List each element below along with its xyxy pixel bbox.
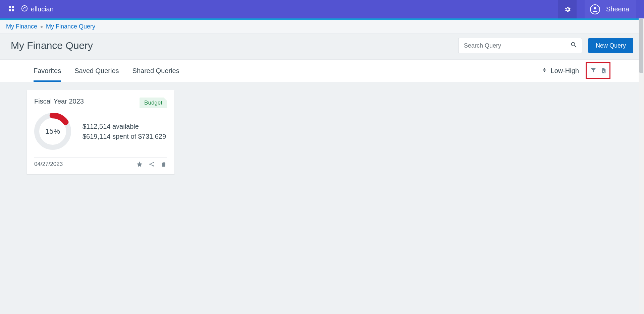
sort-label: Low-High xyxy=(551,67,579,75)
card-divider xyxy=(34,157,167,158)
svg-point-5 xyxy=(594,7,596,9)
page-header: My Finance Query New Query xyxy=(0,34,644,59)
user-icon xyxy=(592,6,598,13)
document-lookup-icon[interactable] xyxy=(599,65,609,76)
card-body: 15% $112,514 available $619,114 spent of… xyxy=(34,113,167,150)
tabs-right: Low-High xyxy=(541,62,610,79)
page-title: My Finance Query xyxy=(11,40,93,51)
search-icon[interactable] xyxy=(570,41,578,50)
gear-icon xyxy=(564,6,571,13)
brand-name: ellucian xyxy=(31,5,54,13)
apps-grid-icon[interactable] xyxy=(8,5,15,13)
settings-button[interactable] xyxy=(558,0,577,18)
star-icon[interactable] xyxy=(136,161,143,168)
svg-rect-2 xyxy=(9,9,11,11)
sort-icon xyxy=(541,66,547,75)
tab-favorites[interactable]: Favorites xyxy=(34,60,61,82)
donut-percent-label: 15% xyxy=(34,113,71,150)
tabs: Favorites Saved Queries Shared Queries xyxy=(34,60,179,82)
breadcrumb-separator xyxy=(41,26,43,28)
new-query-button[interactable]: New Query xyxy=(588,38,633,53)
tab-shared-queries[interactable]: Shared Queries xyxy=(132,60,179,82)
tab-saved-queries[interactable]: Saved Queries xyxy=(74,60,119,82)
content-area: Fiscal Year 2023 Budget 15% $112,514 ava… xyxy=(0,82,644,182)
top-bar-left: ellucian xyxy=(8,5,54,14)
card-header: Fiscal Year 2023 Budget xyxy=(34,98,167,108)
svg-rect-1 xyxy=(12,6,14,8)
svg-rect-3 xyxy=(12,9,14,11)
breadcrumb: My Finance My Finance Query xyxy=(6,23,638,30)
card-badge: Budget xyxy=(140,98,167,108)
search-input[interactable] xyxy=(458,38,582,53)
share-icon[interactable] xyxy=(148,161,155,168)
avatar xyxy=(590,4,600,14)
card-date: 04/27/2023 xyxy=(34,161,63,168)
user-menu[interactable]: Sheena xyxy=(585,0,636,18)
query-card[interactable]: Fiscal Year 2023 Budget 15% $112,514 ava… xyxy=(27,90,174,174)
top-bar: ellucian Sheena xyxy=(0,0,644,18)
tabs-bar: Favorites Saved Queries Shared Queries L… xyxy=(0,59,644,82)
highlighted-tools xyxy=(586,62,610,79)
top-bar-right: Sheena xyxy=(558,0,636,18)
card-title: Fiscal Year 2023 xyxy=(34,98,84,105)
svg-point-4 xyxy=(22,6,28,11)
trash-icon[interactable] xyxy=(160,161,167,168)
card-figures: $112,514 available $619,114 spent of $73… xyxy=(83,121,166,141)
card-actions xyxy=(136,161,167,168)
filter-icon[interactable] xyxy=(590,67,597,75)
scrollbar-thumb[interactable] xyxy=(639,19,643,73)
spent-line: $619,114 spent of $731,629 xyxy=(83,131,166,141)
page-header-actions: New Query xyxy=(458,38,633,53)
brand-logo-icon xyxy=(21,5,28,14)
search-box xyxy=(458,38,582,53)
breadcrumb-bar: My Finance My Finance Query xyxy=(0,20,644,34)
available-line: $112,514 available xyxy=(83,121,166,131)
breadcrumb-link-0[interactable]: My Finance xyxy=(6,23,37,30)
vertical-scrollbar[interactable] xyxy=(639,18,644,182)
svg-rect-0 xyxy=(9,6,11,8)
brand[interactable]: ellucian xyxy=(21,5,54,14)
breadcrumb-link-1[interactable]: My Finance Query xyxy=(46,23,95,30)
budget-donut-chart: 15% xyxy=(34,113,71,150)
username: Sheena xyxy=(606,5,629,13)
card-footer: 04/27/2023 xyxy=(34,161,167,172)
sort-toggle[interactable]: Low-High xyxy=(541,66,579,75)
